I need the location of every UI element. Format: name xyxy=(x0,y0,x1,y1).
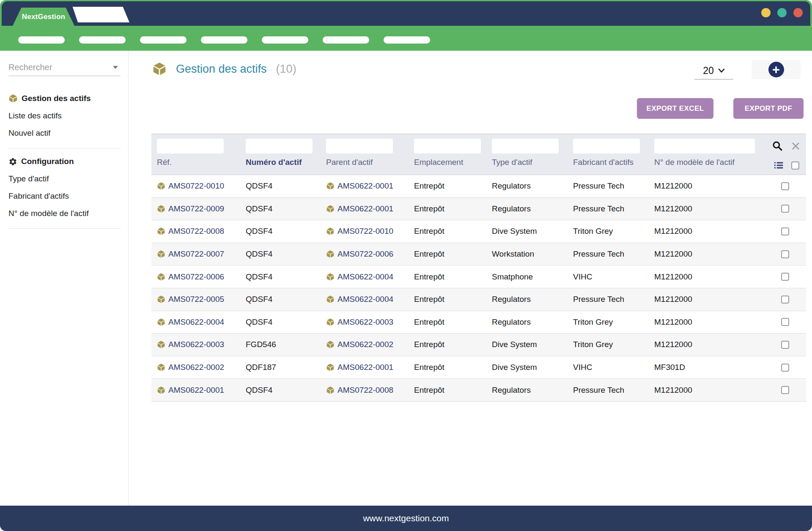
ref-link[interactable]: AMS0722-0008 xyxy=(168,227,224,236)
ref-link[interactable]: AMS0722-0007 xyxy=(168,249,224,259)
nav-pill-placeholder[interactable] xyxy=(140,36,187,44)
ref-link[interactable]: AMS0622-0004 xyxy=(168,318,224,327)
numero-cell: QDSF4 xyxy=(240,227,321,236)
page-size-select[interactable]: 20 xyxy=(694,63,733,79)
ref-link[interactable]: AMS0622-0003 xyxy=(168,340,224,349)
parent-link[interactable]: AMS0622-0001 xyxy=(337,181,393,191)
ref-link[interactable]: AMS0622-0001 xyxy=(168,386,224,395)
parent-link[interactable]: AMS0622-0001 xyxy=(337,204,393,213)
export-excel-button[interactable]: EXPORT EXCEL xyxy=(637,98,713,119)
ref-link[interactable]: AMS0722-0010 xyxy=(168,181,224,191)
numero-cell: QDSF4 xyxy=(240,272,321,282)
parent-link[interactable]: AMS0622-0002 xyxy=(337,340,393,349)
list-icon[interactable] xyxy=(774,160,784,170)
select-all-checkbox[interactable] xyxy=(791,161,799,170)
box-icon xyxy=(326,205,335,213)
filter-input-emplacement[interactable] xyxy=(414,139,481,153)
column-header-emplacement[interactable]: Emplacement xyxy=(409,158,486,175)
filter-input-type[interactable] xyxy=(492,139,559,153)
modele-cell: M1212000 xyxy=(649,318,760,327)
nav-pill-placeholder[interactable] xyxy=(262,36,308,44)
plus-icon xyxy=(768,62,784,77)
parent-link[interactable]: AMS0622-0004 xyxy=(337,272,393,282)
add-asset-button[interactable] xyxy=(752,60,801,79)
filter-input-parent[interactable] xyxy=(326,139,393,153)
close-dot-icon[interactable] xyxy=(793,8,803,17)
box-icon xyxy=(326,363,335,372)
row-checkbox[interactable] xyxy=(781,182,789,190)
filter-input-numero[interactable] xyxy=(246,139,313,153)
column-header-numero[interactable]: Numéro d'actif xyxy=(240,158,321,175)
row-checkbox[interactable] xyxy=(781,296,789,304)
emplacement-cell: Entrepôt xyxy=(409,386,486,395)
parent-cell: AMS0622-0004 xyxy=(321,272,409,282)
parent-link[interactable]: AMS0622-0004 xyxy=(337,295,393,304)
column-header-ref[interactable]: Réf. xyxy=(151,158,240,175)
sidebar-item-type-dactif[interactable]: Type d'actif xyxy=(8,174,121,183)
column-header-fabricant[interactable]: Fabricant d'actifs xyxy=(568,158,649,175)
type-cell: Smatphone xyxy=(486,272,568,282)
box-icon xyxy=(157,386,165,394)
parent-link[interactable]: AMS0722-0006 xyxy=(337,249,393,259)
nav-pill-placeholder[interactable] xyxy=(323,36,369,44)
row-checkbox[interactable] xyxy=(781,273,789,281)
row-checkbox[interactable] xyxy=(781,250,789,258)
parent-cell: AMS0622-0001 xyxy=(321,181,409,191)
filter-input-ref[interactable] xyxy=(157,139,224,153)
box-icon xyxy=(157,340,165,349)
ref-link[interactable]: AMS0622-0002 xyxy=(168,363,224,372)
parent-link[interactable]: AMS0722-0010 xyxy=(337,227,393,236)
search-icon[interactable] xyxy=(772,140,783,151)
table-row: AMS0622-0003 FGD546 AMS0622-0002 Entrepô… xyxy=(151,334,806,356)
row-checkbox[interactable] xyxy=(781,205,789,213)
sidebar-item-modele-actif[interactable]: N° de modèle de l'actif xyxy=(8,209,121,218)
sidebar-search-select[interactable]: Rechercher xyxy=(8,59,121,76)
fabricant-cell: Triton Grey xyxy=(568,340,649,349)
chevron-down-icon xyxy=(718,68,725,73)
row-checkbox[interactable] xyxy=(781,386,789,394)
modele-cell: M1212000 xyxy=(649,249,760,259)
sidebar-item-nouvel-actif[interactable]: Nouvel actif xyxy=(8,129,121,138)
row-checkbox[interactable] xyxy=(781,227,789,235)
row-checkbox[interactable] xyxy=(781,364,789,372)
nav-pill-placeholder[interactable] xyxy=(79,36,126,44)
close-icon[interactable] xyxy=(791,142,800,151)
ref-link[interactable]: AMS0722-0009 xyxy=(168,204,224,213)
table-row: AMS0622-0001 QDSF4 AMS0722-0008 Entrepôt… xyxy=(151,379,806,402)
filter-input-modele[interactable] xyxy=(654,139,755,153)
sidebar-item-fabricant-dactifs[interactable]: Fabricant d'actifs xyxy=(8,192,121,201)
minimize-dot-icon[interactable] xyxy=(761,8,771,17)
parent-link[interactable]: AMS0622-0001 xyxy=(337,363,393,372)
nav-pill-placeholder[interactable] xyxy=(384,36,430,44)
brand-tab[interactable]: NextGestion xyxy=(13,8,74,26)
ref-link[interactable]: AMS0722-0005 xyxy=(168,295,224,304)
export-pdf-button[interactable]: EXPORT PDF xyxy=(733,98,804,119)
box-icon xyxy=(157,250,165,258)
row-checkbox[interactable] xyxy=(781,318,789,326)
filter-input-fabricant[interactable] xyxy=(573,139,640,153)
fabricant-cell: Triton Grey xyxy=(568,227,649,236)
parent-link[interactable]: AMS0722-0008 xyxy=(337,386,393,395)
row-checkbox[interactable] xyxy=(781,341,789,349)
ref-link[interactable]: AMS0722-0006 xyxy=(168,272,224,282)
maximize-dot-icon[interactable] xyxy=(777,8,787,17)
page-title: Gestion des actifs xyxy=(176,63,267,76)
fabricant-cell: Pressure Tech xyxy=(568,249,649,259)
column-header-type[interactable]: Type d'actif xyxy=(486,158,568,175)
column-header-modele[interactable]: N° de modèle de l'actif xyxy=(649,158,760,175)
column-header-parent[interactable]: Parent d'actif xyxy=(321,158,409,175)
title-bar: NextGestion xyxy=(2,1,810,26)
navbar-pills xyxy=(18,36,430,44)
sidebar-divider xyxy=(8,228,121,229)
parent-cell: AMS0622-0001 xyxy=(321,363,409,372)
brand-label: NextGestion xyxy=(22,13,65,21)
box-icon xyxy=(157,273,165,281)
nav-pill-placeholder[interactable] xyxy=(201,36,247,44)
nav-pill-placeholder[interactable] xyxy=(18,36,65,44)
main-content: Gestion des actifs (10) 20 EXPORT EXCEL … xyxy=(129,51,812,506)
footer-url[interactable]: www.nextgestion.com xyxy=(363,513,449,523)
numero-cell: QDSF4 xyxy=(240,181,321,191)
parent-link[interactable]: AMS0622-0003 xyxy=(337,318,393,327)
sidebar: Rechercher Gestion des actifs Liste des … xyxy=(0,51,129,506)
sidebar-item-liste-des-actifs[interactable]: Liste des actifs xyxy=(8,111,121,120)
